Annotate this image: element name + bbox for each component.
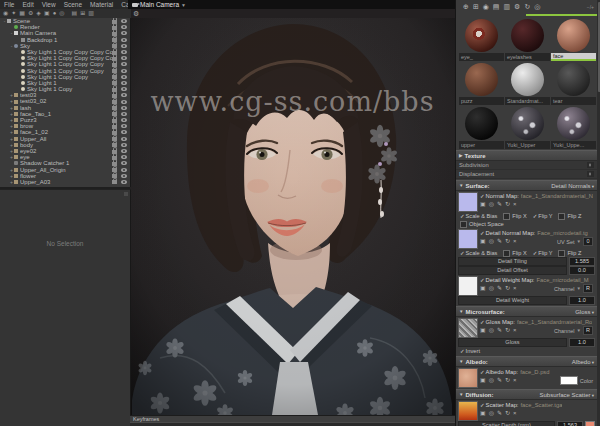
- material-sphere-icon[interactable]: ◉: [3, 9, 8, 18]
- timeline-track[interactable]: [130, 422, 455, 426]
- duplicate-material-icon[interactable]: ⊞: [473, 0, 479, 14]
- section-texture[interactable]: ▶ Texture: [456, 150, 597, 161]
- edit-icon[interactable]: ✎: [497, 326, 502, 335]
- lock-icon[interactable]: [112, 180, 117, 184]
- material-yuki-upper[interactable]: Yuki_Upper: [505, 106, 550, 149]
- diffusion-mode-dropdown[interactable]: Subsurface Scatter: [539, 392, 594, 398]
- duplicate-icon[interactable]: ⊞: [80, 9, 85, 18]
- new-material-icon[interactable]: ⊕: [463, 0, 469, 14]
- stepper-icon[interactable]: [587, 162, 594, 168]
- menu-material[interactable]: Material: [86, 0, 117, 9]
- uv-set-dropdown[interactable]: UV Set ▼ 0: [557, 237, 595, 246]
- eye-icon[interactable]: [121, 62, 127, 66]
- eye-icon[interactable]: [121, 75, 127, 79]
- menu-file[interactable]: File: [0, 0, 18, 9]
- timeline-bar[interactable]: Keyframes: [130, 415, 455, 426]
- eye-icon[interactable]: [121, 25, 127, 29]
- browse-icon[interactable]: ▣: [480, 376, 486, 385]
- gloss-value[interactable]: 1.0: [569, 338, 595, 347]
- stepper-icon[interactable]: [587, 171, 594, 177]
- displacement-row[interactable]: Displacement: [456, 170, 597, 179]
- flag-flip-x[interactable]: Flip X: [503, 213, 526, 220]
- camera-tool-icon[interactable]: ▦: [19, 9, 25, 18]
- eye-icon[interactable]: [121, 100, 127, 104]
- checkbox-checked-icon[interactable]: ✓: [480, 193, 485, 199]
- albedo-color-widget[interactable]: Color: [560, 376, 595, 385]
- scroll-corner-icon[interactable]: [124, 192, 128, 196]
- gloss-map-thumbnail[interactable]: [458, 318, 478, 338]
- eye-icon[interactable]: [121, 69, 127, 73]
- browse-icon[interactable]: ▣: [480, 237, 486, 246]
- material-upper[interactable]: upper: [459, 106, 504, 149]
- search-icon[interactable]: ◎: [489, 237, 494, 246]
- viewport-3d[interactable]: www.cg-ss.com/bbs: [130, 18, 455, 415]
- checkbox-checked-icon[interactable]: ✓: [480, 230, 485, 236]
- eye-icon[interactable]: [121, 174, 127, 178]
- detail-tiling-slider[interactable]: Detail Tiling 1.585: [456, 257, 597, 266]
- search-icon[interactable]: ◎: [489, 409, 494, 418]
- browse-icon[interactable]: ▣: [480, 409, 486, 418]
- menu-edit[interactable]: Edit: [18, 0, 37, 9]
- edit-icon[interactable]: ✎: [497, 200, 502, 209]
- eye-icon[interactable]: [121, 44, 127, 48]
- flag-flip-x[interactable]: Flip X: [503, 250, 526, 257]
- browse-icon[interactable]: ▣: [480, 200, 486, 209]
- invert-checkbox[interactable]: ✓ Invert: [456, 347, 597, 355]
- eye-icon[interactable]: [121, 180, 127, 184]
- material-face[interactable]: face: [551, 18, 596, 61]
- detail-weight-value[interactable]: 1.0: [569, 296, 595, 305]
- trash-icon[interactable]: ▥: [503, 0, 510, 14]
- edit-icon[interactable]: ✎: [497, 376, 502, 385]
- sphere-icon[interactable]: ●: [53, 9, 57, 18]
- material-eyelashes[interactable]: eyelashes: [505, 18, 550, 61]
- flag-flip-y[interactable]: ✓Flip Y: [533, 213, 553, 219]
- scatter-depth-slider[interactable]: Scatter Depth (mm) 1.563: [456, 421, 597, 426]
- eye-icon[interactable]: [121, 149, 127, 153]
- tab-main-camera[interactable]: Main Camera ▼: [128, 0, 190, 9]
- eye-icon[interactable]: [121, 161, 127, 165]
- reload-icon[interactable]: ↻: [505, 284, 510, 293]
- section-surface[interactable]: ▼ Surface: Detail Normals: [456, 180, 597, 191]
- trash-icon[interactable]: ▥: [88, 9, 94, 18]
- eye-icon[interactable]: [121, 130, 127, 134]
- eye-icon[interactable]: [121, 31, 127, 35]
- material-standardmat-[interactable]: Standardmat...: [505, 62, 550, 105]
- edit-icon[interactable]: ✎: [497, 237, 502, 246]
- material-yuki-uppe-[interactable]: Yuki_Uppe...: [551, 106, 596, 149]
- search-icon[interactable]: ◎: [489, 376, 494, 385]
- scatter-map-thumbnail[interactable]: [458, 401, 478, 421]
- flag-flip-y[interactable]: ✓Flip Y: [533, 250, 553, 256]
- search-icon[interactable]: ◎: [489, 284, 494, 293]
- material-puzz[interactable]: puzz: [459, 62, 504, 105]
- material-tear[interactable]: tear: [551, 62, 596, 105]
- search-icon[interactable]: ◎: [489, 200, 494, 209]
- eye-icon[interactable]: [121, 137, 127, 141]
- section-diffusion[interactable]: ▼ Diffusion: Subsurface Scatter: [456, 389, 597, 400]
- material-eye-[interactable]: eye_: [459, 18, 504, 61]
- clear-icon[interactable]: ×: [513, 237, 517, 246]
- reload-icon[interactable]: ↻: [505, 326, 510, 335]
- browse-icon[interactable]: ▣: [480, 326, 486, 335]
- eye-icon[interactable]: [121, 56, 127, 60]
- world-icon[interactable]: ◎: [59, 9, 64, 18]
- section-microsurface[interactable]: ▼ Microsurface: Gloss: [456, 306, 597, 317]
- scatter-color-swatch[interactable]: [585, 421, 595, 426]
- gear-icon[interactable]: ⚙: [514, 0, 520, 14]
- viewport-gear-icon[interactable]: ⚙: [133, 9, 139, 18]
- thumbnail-size-widget[interactable]: −/+: [587, 4, 594, 10]
- detail-normal-thumbnail[interactable]: [458, 229, 478, 249]
- box-icon[interactable]: ▣: [44, 9, 50, 18]
- reload-icon[interactable]: ↻: [505, 376, 510, 385]
- microsurface-mode-dropdown[interactable]: Gloss: [575, 309, 594, 315]
- object-space-checkbox[interactable]: Object Space: [456, 220, 597, 228]
- folder-icon[interactable]: ▤: [493, 0, 500, 14]
- menu-view[interactable]: View: [38, 0, 60, 9]
- checkbox-checked-icon[interactable]: ✓: [480, 277, 485, 283]
- reload-icon[interactable]: ↻: [505, 409, 510, 418]
- detail-tiling-value[interactable]: 1.585: [569, 257, 595, 266]
- color-swatch[interactable]: [560, 376, 578, 385]
- checkbox-checked-icon[interactable]: ✓: [480, 319, 485, 325]
- detail-offset-value[interactable]: 0.0: [569, 266, 595, 275]
- clear-icon[interactable]: ×: [513, 376, 517, 385]
- checkbox-checked-icon[interactable]: ✓: [480, 369, 485, 375]
